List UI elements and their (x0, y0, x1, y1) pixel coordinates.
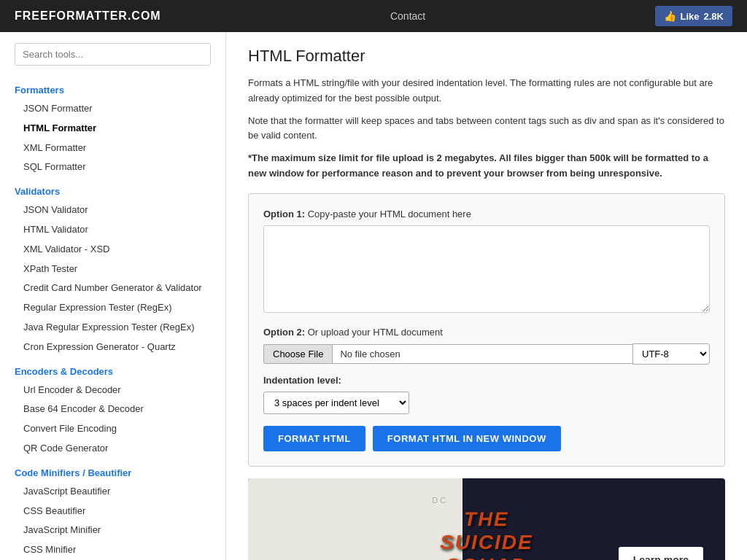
sidebar-category-validators: Validators JSON Validator HTML Validator… (15, 186, 211, 357)
sidebar-category-label-minifiers: Code Minifiers / Beautifier (15, 467, 211, 478)
indent-label: Indentation level: (263, 375, 710, 386)
main-content: HTML Formatter Formats a HTML string/fil… (226, 32, 747, 560)
sidebar-item-url-encoder[interactable]: Url Encoder & Decoder (15, 381, 211, 400)
sidebar-category-formatters: Formatters JSON Formatter HTML Formatter… (15, 85, 211, 177)
warning-text: *The maximum size limit for file upload … (248, 151, 725, 182)
sidebar-item-css-minifier[interactable]: CSS Minifier (15, 540, 211, 560)
sidebar-item-sql-formatter[interactable]: SQL Formatter (15, 158, 211, 177)
sidebar-item-html-validator[interactable]: HTML Validator (15, 220, 211, 240)
sidebar-item-json-formatter[interactable]: JSON Formatter (15, 99, 211, 119)
dc-logo: DC (393, 496, 487, 505)
option2-label: Option 2: Or upload your HTML document (263, 327, 710, 338)
file-name-display: No file chosen (332, 344, 632, 364)
fb-count: 2.8K (704, 11, 724, 22)
sidebar-item-html-formatter[interactable]: HTML Formatter (15, 119, 211, 139)
sidebar-category-label-validators: Validators (15, 186, 211, 197)
file-upload-row: Choose File No file chosen UTF-8 UTF-16 … (263, 343, 710, 365)
sidebar-category-label-encoders: Encoders & Decoders (15, 366, 211, 377)
sidebar-item-xpath-tester[interactable]: XPath Tester (15, 260, 211, 279)
sidebar-item-base64[interactable]: Base 64 Encoder & Decoder (15, 400, 211, 419)
sidebar-item-regex-tester[interactable]: Regular Expression Tester (RegEx) (15, 298, 211, 318)
sidebar-item-cron-generator[interactable]: Cron Expression Generator - Quartz (15, 338, 211, 357)
site-logo: FREEFORMATTER.COM (15, 9, 161, 23)
sidebar-category-minifiers: Code Minifiers / Beautifier JavaScript B… (15, 467, 211, 560)
format-html-new-window-button[interactable]: FORMAT HTML IN NEW WINDOW (373, 426, 561, 451)
facebook-like-button[interactable]: 👍 Like 2.8K (655, 6, 732, 26)
sidebar-category-label-formatters: Formatters (15, 85, 211, 96)
format-html-button[interactable]: FORMAT HTML (263, 426, 365, 451)
option1-strong: Option 1: (263, 209, 305, 219)
sidebar-item-json-validator[interactable]: JSON Validator (15, 201, 211, 220)
fb-like-label: Like (681, 11, 700, 22)
option2-strong: Option 2: (263, 327, 305, 338)
search-input[interactable] (15, 43, 211, 66)
sidebar: Formatters JSON Formatter HTML Formatter… (0, 32, 226, 560)
form-panel: Option 1: Copy-paste your HTML document … (248, 193, 725, 467)
option1-label: Option 1: Copy-paste your HTML document … (263, 209, 710, 219)
choose-file-button[interactable]: Choose File (263, 344, 332, 364)
html-input-textarea[interactable] (263, 225, 710, 313)
sidebar-item-convert-file-encoding[interactable]: Convert File Encoding (15, 419, 211, 439)
sidebar-item-js-beautifier[interactable]: JavaScript Beautifier (15, 482, 211, 502)
page-layout: Formatters JSON Formatter HTML Formatter… (0, 32, 747, 560)
sidebar-item-css-beautifier[interactable]: CSS Beautifier (15, 502, 211, 521)
sidebar-item-java-regex[interactable]: Java Regular Expression Tester (RegEx) (15, 318, 211, 338)
description-2: Note that the formatter will keep spaces… (248, 114, 725, 144)
sidebar-category-encoders: Encoders & Decoders Url Encoder & Decode… (15, 366, 211, 459)
thumbs-up-icon: 👍 (664, 10, 676, 22)
contact-link[interactable]: Contact (390, 10, 425, 22)
sidebar-item-xml-validator-xsd[interactable]: XML Validator - XSD (15, 240, 211, 260)
sidebar-item-qr-code[interactable]: QR Code Generator (15, 439, 211, 459)
sidebar-item-xml-formatter[interactable]: XML Formatter (15, 139, 211, 158)
sidebar-item-cc-generator[interactable]: Credit Card Number Generator & Validator (15, 279, 211, 298)
header: FREEFORMATTER.COM Contact 👍 Like 2.8K (0, 0, 747, 32)
indent-select[interactable]: 2 spaces per indent level 3 spaces per i… (263, 392, 409, 414)
page-title: HTML Formatter (248, 47, 725, 66)
encoding-select[interactable]: UTF-8 UTF-16 ISO-8859-1 US-ASCII (632, 343, 710, 365)
learn-more-button[interactable]: Learn more (619, 547, 703, 560)
option1-text: Copy-paste your HTML document here (308, 209, 471, 219)
button-row: FORMAT HTML FORMAT HTML IN NEW WINDOW (263, 426, 710, 451)
ad-banner: DC THESUICIDESQUAD IN THEATERS | HBO MAX… (248, 478, 725, 560)
ad-title: THESUICIDESQUAD (440, 508, 534, 560)
option2-text: Or upload your HTML document (308, 327, 443, 338)
sidebar-item-js-minifier[interactable]: JavaScript Minifier (15, 521, 211, 540)
description-1: Formats a HTML string/file with your des… (248, 76, 725, 106)
